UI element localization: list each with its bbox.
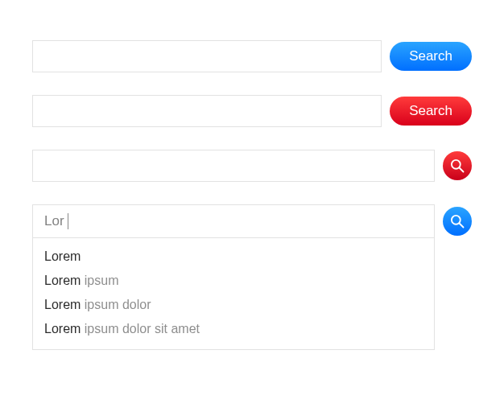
search-bar-red-icon — [32, 150, 472, 182]
autocomplete-dropdown: Lorem Lorem ipsum Lorem ipsum dolor Lore… — [32, 238, 435, 350]
svg-line-3 — [460, 224, 464, 228]
search-bar-blue-text: Search — [32, 40, 472, 72]
suggestion-strong: Lorem — [44, 249, 81, 263]
suggestion-strong: Lorem — [44, 298, 81, 311]
suggestion-strong: Lorem — [44, 274, 81, 287]
suggestion-weak: ipsum dolor sit amet — [81, 322, 200, 336]
search-bar-autocomplete: Lor Lorem Lorem ipsum Lorem ipsum dolor … — [32, 204, 472, 350]
magnifier-icon — [449, 213, 465, 229]
search-icon-button-blue[interactable] — [443, 207, 472, 236]
search-button-red[interactable]: Search — [390, 97, 472, 126]
search-input[interactable] — [32, 40, 382, 72]
search-input[interactable] — [32, 150, 435, 182]
search-bar-red-text: Search — [32, 95, 472, 127]
text-caret — [68, 213, 68, 229]
search-button-blue[interactable]: Search — [390, 42, 472, 71]
magnifier-icon — [449, 158, 465, 174]
search-input[interactable]: Lor — [32, 204, 435, 238]
suggestion-strong: Lorem — [44, 322, 81, 336]
autocomplete-item[interactable]: Lorem ipsum — [33, 269, 434, 293]
autocomplete-item[interactable]: Lorem ipsum dolor — [33, 293, 434, 317]
autocomplete-item[interactable]: Lorem — [33, 245, 434, 269]
search-icon-button-red[interactable] — [443, 151, 472, 180]
search-input-value: Lor — [44, 213, 64, 229]
suggestion-weak: ipsum — [81, 274, 118, 287]
suggestion-weak: ipsum dolor — [81, 298, 151, 311]
search-input[interactable] — [32, 95, 382, 127]
autocomplete-item[interactable]: Lorem ipsum dolor sit amet — [33, 317, 434, 341]
svg-line-1 — [460, 168, 464, 172]
